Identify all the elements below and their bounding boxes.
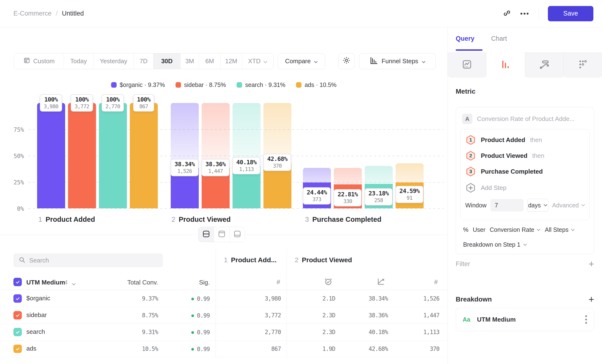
table-row-search[interactable]: search 9.31% 0.99 2,770 2.3D 40.18% 1,11… — [0, 324, 448, 341]
funnel-bar-step1-sidebar[interactable] — [68, 103, 96, 208]
table-group-header-step2: 2 Product Viewed — [295, 256, 352, 264]
row-label: search — [26, 328, 45, 335]
compare-button[interactable]: Compare — [278, 53, 325, 69]
row-checkbox[interactable] — [13, 294, 22, 303]
conversion-pct: 40.18% — [368, 329, 388, 335]
layout-chart-only-button[interactable] — [214, 227, 230, 242]
table-row-sidebar[interactable]: sidebar 8.75% 0.99 3,772 2.3D 38.36% 1,4… — [0, 307, 448, 324]
sig-value: 0.99 — [191, 296, 210, 302]
range-3m[interactable]: 3M — [181, 54, 199, 69]
window-value-input[interactable] — [490, 199, 524, 212]
layout-split-icon — [202, 230, 210, 238]
range-xtd[interactable]: XTD — [242, 54, 273, 69]
layout-split-button[interactable] — [199, 227, 214, 242]
total-conv-value: 10.5% — [142, 346, 158, 352]
range-custom[interactable]: Custom — [14, 54, 64, 69]
range-6m[interactable]: 6M — [199, 54, 221, 69]
date-range-toolbar: Custom Today Yesterday 7D 30D 3M 6M 12M … — [14, 53, 443, 69]
compare-label: Compare — [285, 57, 311, 65]
funnel-step-1[interactable]: 1 Product Added then — [465, 134, 542, 146]
page-title[interactable]: Untitled — [62, 10, 84, 17]
breadcrumb-separator: / — [56, 10, 58, 17]
range-30d-active[interactable]: 30D — [153, 54, 181, 69]
window-unit-select[interactable]: days — [527, 199, 548, 212]
step-number-badge: 1 — [465, 135, 476, 145]
total-conv-value: 8.75% — [142, 312, 158, 319]
bar-value-chip: 38.34% 1,526 — [171, 159, 199, 176]
total-conv-header[interactable]: Total Conv. — [127, 279, 158, 286]
sig-value: 0.99 — [191, 346, 210, 353]
add-filter-button[interactable]: + — [589, 259, 594, 269]
range-today[interactable]: Today — [64, 54, 93, 69]
range-7d[interactable]: 7D — [134, 54, 153, 69]
step1-count: 2,770 — [265, 329, 281, 335]
breadcrumb-project[interactable]: E-Commerce — [13, 10, 52, 17]
row-checkbox[interactable] — [13, 311, 22, 320]
select-all-checkbox[interactable] — [13, 278, 22, 286]
y-axis-tick-50: 50% — [2, 153, 24, 160]
count-metric-icon[interactable]: # — [277, 278, 280, 286]
conversion-window-row: Window days Advanced — [465, 199, 585, 212]
table-row-organic[interactable]: $organic 9.37% 0.99 3,980 2.1D 38.34% 1,… — [0, 290, 448, 307]
tab-chart[interactable]: Chart — [491, 35, 507, 43]
time-to-convert-icon[interactable] — [324, 278, 332, 287]
count-metric-icon[interactable]: # — [434, 278, 438, 286]
funnel-bar-step1-search[interactable] — [99, 103, 127, 208]
breakdown-column-header[interactable]: UTM Medium — [26, 279, 65, 286]
breakdown-on-step-selector[interactable]: Breakdown on Step 1 — [463, 241, 527, 248]
layout-table-only-button[interactable] — [230, 227, 245, 242]
step-number-badge: 2 — [465, 150, 476, 161]
step2-count: 1,526 — [423, 295, 440, 302]
funnel-step-2[interactable]: 2 Product Viewed then — [465, 150, 544, 162]
chevron-down-icon[interactable] — [72, 280, 76, 287]
conversion-rate-icon[interactable] — [377, 278, 385, 287]
row-checkbox[interactable] — [13, 328, 22, 336]
step-label-1: 1 Product Added — [38, 215, 95, 224]
share-link-button[interactable] — [503, 9, 511, 18]
funnel-bar-step1-ads[interactable] — [130, 103, 158, 208]
chart-pane: Custom Today Yesterday 7D 30D 3M 6M 12M … — [0, 27, 448, 364]
legend-item-ads[interactable]: ads · 10.5% — [296, 81, 336, 88]
metric-type-selector[interactable]: Conversion Rate — [490, 226, 540, 233]
legend-item-organic[interactable]: $organic · 9.37% — [111, 81, 165, 88]
funnel-bars-icon — [500, 59, 511, 71]
chart-settings-button[interactable] — [338, 53, 355, 69]
bar-value-chip: 24.59% 91 — [396, 186, 423, 203]
save-button[interactable]: Save — [548, 6, 593, 21]
chart-type-flow-tab[interactable] — [525, 52, 564, 78]
range-12m[interactable]: 12M — [221, 54, 242, 69]
advanced-toggle[interactable]: Advanced — [552, 202, 585, 209]
more-options-button[interactable]: ••• — [520, 10, 529, 18]
metric-name[interactable]: Conversion Rate of Product Adde... — [477, 115, 575, 123]
breakdown-label: Breakdown — [456, 296, 492, 303]
step1-count: 3,772 — [265, 312, 281, 319]
range-yesterday[interactable]: Yesterday — [93, 54, 134, 69]
bar-value-chip: 100% 867 — [133, 94, 154, 112]
ellipsis-icon: ••• — [520, 10, 529, 18]
line-chart-icon — [462, 59, 472, 71]
entity-selector[interactable]: User — [473, 226, 485, 233]
breakdown-item[interactable]: Aa UTM Medium ••• — [456, 308, 594, 331]
funnel-bar-step1-organic[interactable] — [37, 103, 65, 208]
total-conv-value: 9.31% — [142, 329, 158, 335]
row-checkbox[interactable] — [13, 345, 22, 353]
kebab-menu-icon[interactable]: ••• — [585, 314, 587, 325]
legend-item-search[interactable]: search · 9.31% — [236, 81, 285, 88]
layout-switcher — [198, 227, 245, 242]
bar-value-chip: 40.18% 1,113 — [233, 157, 260, 174]
add-breakdown-button[interactable]: + — [589, 295, 594, 304]
sig-header[interactable]: Sig. — [199, 279, 210, 286]
funnel-step-3[interactable]: 3 Purchase Completed — [465, 165, 548, 178]
table-row-ads[interactable]: ads 10.5% 0.99 867 1.9D 42.68% 370 — [0, 341, 448, 357]
tab-query[interactable]: Query — [456, 35, 474, 43]
sig-value: 0.99 — [191, 329, 210, 336]
chart-type-button[interactable]: Funnel Steps — [359, 53, 436, 69]
search-input[interactable] — [29, 257, 158, 264]
chart-type-funnel-tab[interactable] — [486, 52, 525, 78]
date-range-group: Custom Today Yesterday 7D 30D 3M 6M 12M … — [14, 53, 273, 69]
scope-selector[interactable]: All Steps — [545, 226, 575, 233]
chart-type-line-tab[interactable] — [448, 52, 486, 78]
legend-item-sidebar[interactable]: sidebar · 8.75% — [175, 81, 226, 88]
add-step-button[interactable]: Add Step — [465, 182, 506, 194]
chart-type-retention-tab[interactable] — [564, 52, 602, 78]
